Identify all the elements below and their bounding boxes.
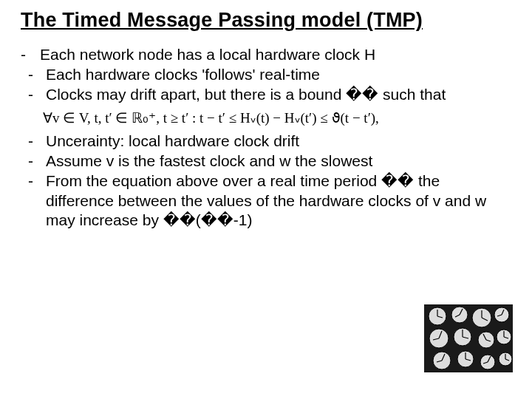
bullet-row: - From the equation above over a real ti…: [21, 171, 511, 231]
equation-block: ∀v ∈ V, t, t′ ∈ ℝ₀⁺, t ≥ t′ : t − t′ ≤ H…: [21, 105, 511, 132]
slide: The Timed Message Passing model (TMP) - …: [0, 0, 532, 399]
bullet-row: - Clocks may drift apart, but there is a…: [21, 85, 511, 105]
bullet-row: - Assume v is the fastest clock and w th…: [21, 151, 511, 171]
bullet-dash: -: [21, 65, 46, 85]
bullet-text: Each hardware clocks 'follows' real-time: [46, 65, 511, 85]
clocks-icon: [424, 304, 513, 372]
bullet-text: Uncerainty: local hardware clock drift: [46, 132, 511, 151]
bullet-dash: -: [21, 45, 40, 65]
bullet-dash: -: [21, 85, 46, 105]
bullet-row: - Each hardware clocks 'follows' real-ti…: [21, 65, 511, 85]
bullet-text: From the equation above over a real time…: [46, 171, 511, 231]
bullet-dash: -: [21, 151, 46, 171]
slide-title: The Timed Message Passing model (TMP): [21, 9, 511, 32]
bullet-dash: -: [21, 132, 46, 151]
bullet-dash: -: [21, 171, 46, 231]
bullet-row: - Each network node has a local hardware…: [21, 45, 511, 65]
bullet-text: Each network node has a local hardware c…: [40, 45, 511, 65]
equation-text: ∀v ∈ V, t, t′ ∈ ℝ₀⁺, t ≥ t′ : t − t′ ≤ H…: [43, 109, 511, 127]
bullet-row: - Uncerainty: local hardware clock drift: [21, 132, 511, 151]
bullet-text: Clocks may drift apart, but there is a b…: [46, 85, 511, 105]
bullet-text: Assume v is the fastest clock and w the …: [46, 151, 511, 171]
slide-body: - Each network node has a local hardware…: [21, 45, 511, 231]
clocks-image: [424, 304, 513, 372]
